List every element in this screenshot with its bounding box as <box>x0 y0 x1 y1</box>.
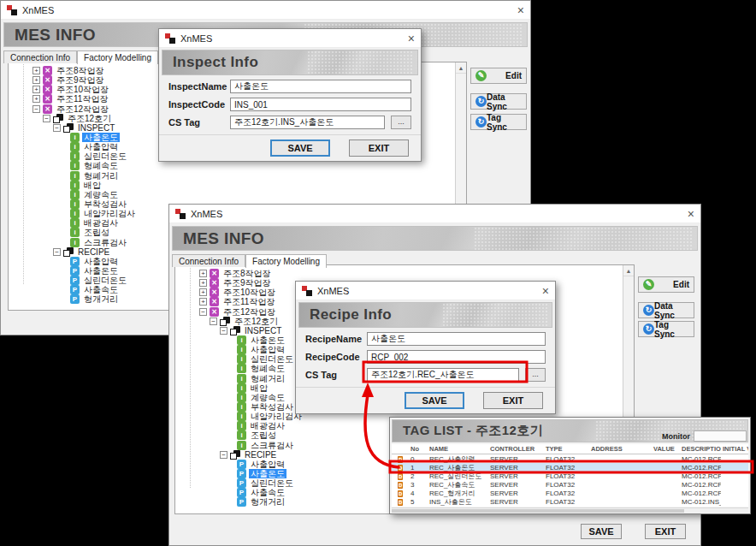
tree-item-label: 계량속도 <box>82 190 120 199</box>
machine-icon <box>230 326 240 335</box>
column-header[interactable]: VALUE <box>652 445 680 453</box>
scroll-thumb[interactable] <box>392 509 684 513</box>
tab-factory-modelling[interactable]: Factory Modelling <box>245 254 327 268</box>
page-title: MES INFO <box>183 229 264 248</box>
tree-item[interactable]: i형폐거리 <box>9 171 466 181</box>
expand-icon[interactable]: + <box>32 95 40 103</box>
tree-item[interactable]: i배압 <box>9 181 466 190</box>
data-sync-button[interactable]: ↻ Data Sync <box>470 93 527 110</box>
tree-item[interactable]: i계량속도 <box>9 190 466 199</box>
collapse-icon[interactable]: − <box>220 451 227 459</box>
table-cell: SERVER <box>488 490 544 497</box>
column-header[interactable]: TYPE <box>544 445 589 453</box>
save-button[interactable]: SAVE <box>405 392 464 409</box>
tag-sync-button[interactable]: ↻ Tag Sync <box>470 114 527 130</box>
table-cell: FLOAT32 <box>544 507 589 507</box>
column-header[interactable]: NAME <box>428 445 488 453</box>
browse-button[interactable]: ... <box>525 368 546 382</box>
tree-item-label: 부착성검사 <box>249 402 295 412</box>
expand-icon[interactable]: + <box>32 67 40 74</box>
expand-icon[interactable]: + <box>199 298 207 306</box>
inspect-icon: i <box>237 335 246 345</box>
table-row[interactable]: D5INS_사출온도SERVERFLOAT32MC-012.INS_.. <box>392 497 748 506</box>
dialog-titlebar[interactable]: XnMES × <box>159 29 421 48</box>
window-titlebar[interactable]: XnMES × <box>169 205 700 223</box>
exit-button[interactable]: EXIT <box>349 139 409 157</box>
scroll-up-icon[interactable]: ▲ <box>456 62 466 74</box>
tab-connection-info[interactable]: Connection Info <box>3 50 77 63</box>
recipe-icon: P <box>237 460 246 469</box>
inspect-code-field[interactable]: INS_001 <box>230 98 411 111</box>
tree-item[interactable]: +✕주조8작업장 <box>175 269 634 278</box>
save-button[interactable]: SAVE <box>581 524 622 539</box>
table-row[interactable]: D3REC_사출속도SERVERFLOAT32MC-012.RCP.. <box>392 480 748 489</box>
banner-dot-pattern <box>442 303 548 327</box>
tree-item-label: 주조12호기 <box>233 317 280 326</box>
cs-tag-field[interactable]: 주조12호기.REC_사출온도 <box>367 368 519 382</box>
table-cell: SERVER <box>488 481 544 489</box>
tab-factory-modelling[interactable]: Factory Modelling <box>77 50 158 64</box>
browse-button[interactable]: ... <box>391 116 411 129</box>
column-header[interactable]: No <box>409 445 428 453</box>
expand-icon[interactable]: + <box>32 76 40 84</box>
machine-icon <box>63 123 74 133</box>
expand-icon[interactable]: + <box>199 279 207 287</box>
tree-item[interactable]: i형폐속도 <box>9 161 466 170</box>
exit-button[interactable]: EXIT <box>483 392 543 409</box>
collapse-icon[interactable]: − <box>210 318 217 325</box>
inspect-icon: i <box>237 441 246 450</box>
tag-icon: D <box>398 499 403 506</box>
close-icon[interactable]: × <box>517 4 524 16</box>
edit-button[interactable]: ✎ Edit <box>470 68 527 84</box>
inspect-name-field[interactable]: 사출온도 <box>230 80 411 93</box>
table-row[interactable]: D4REC_형개거리SERVERFLOAT32MC-012.RCP.. <box>392 489 748 497</box>
edit-button[interactable]: ✎ Edit <box>638 276 694 293</box>
expand-icon[interactable]: + <box>199 288 207 296</box>
collapse-icon[interactable]: − <box>199 308 207 316</box>
recipe-code-field[interactable]: RCP_002 <box>367 350 546 364</box>
tag-icon: D <box>398 456 403 463</box>
tree-item-label: 배광검사 <box>82 218 120 228</box>
cs-tag-field[interactable]: 주조12호기.INS_사출온도 <box>230 116 385 129</box>
table-cell: FLOAT32 <box>544 481 589 489</box>
close-icon[interactable]: × <box>542 285 549 297</box>
expand-icon[interactable]: + <box>32 86 40 93</box>
collapse-icon[interactable]: − <box>43 115 50 122</box>
window-titlebar[interactable]: XnMES × <box>1 1 530 20</box>
tree-item-label: 사출속도 <box>82 285 120 294</box>
tab-connection-info[interactable]: Connection Info <box>172 254 245 267</box>
table-row[interactable]: D2REC_실린더온도SERVERFLOAT32MC-012.RCP.. <box>392 472 748 480</box>
column-header[interactable]: DESCRIPTION <box>680 445 721 453</box>
tag-list-title: TAG LIST - 주조12호기 <box>403 423 543 439</box>
tag-sync-button[interactable]: ↻ Tag Sync <box>638 321 694 337</box>
tree-item-label: 스크류검사 <box>249 441 295 450</box>
data-sync-button[interactable]: ↻ Data Sync <box>638 302 694 318</box>
table-row[interactable]: D6INS_사출압력SERVERFLOAT32MC-012.INS_.. <box>392 506 748 507</box>
inspect-info-header: Inspect Info <box>162 50 418 75</box>
tree-item-label: 사출온도 <box>82 133 120 142</box>
close-icon[interactable]: × <box>408 33 415 45</box>
edit-icon: ✎ <box>643 279 654 290</box>
table-row[interactable]: D0REC_사출압력SERVERFLOAT32MC-012.RCP.. <box>392 454 748 463</box>
column-header[interactable]: CONTROLLER <box>488 445 544 453</box>
table-horizontal-scrollbar[interactable] <box>392 507 748 513</box>
table-cell: 2 <box>409 472 428 480</box>
tag-icon: D <box>398 490 403 497</box>
recipe-name-field[interactable]: 사출온도 <box>367 332 546 346</box>
save-button[interactable]: SAVE <box>270 139 330 157</box>
column-header[interactable]: INITIAL VALUE <box>721 445 748 453</box>
expand-icon[interactable]: + <box>199 270 207 277</box>
collapse-icon[interactable]: − <box>220 327 227 335</box>
exit-button[interactable]: EXIT <box>645 524 686 539</box>
collapse-icon[interactable]: − <box>32 105 40 113</box>
collapse-icon[interactable]: − <box>53 124 61 132</box>
table-row[interactable]: D1REC_사출온도SERVERFLOAT32MC-012.RCP.. <box>392 463 748 472</box>
dialog-titlebar[interactable]: XnMES × <box>296 282 555 300</box>
monitor-field[interactable] <box>694 430 747 442</box>
close-icon[interactable]: × <box>688 208 694 220</box>
column-header[interactable]: ADDRESS <box>589 445 652 453</box>
collapse-icon[interactable]: − <box>53 248 61 256</box>
banner-dot-pattern <box>307 50 414 74</box>
tree-item-label: 배광검사 <box>249 421 286 430</box>
tree-item-label: 주조9작업장 <box>221 278 273 288</box>
